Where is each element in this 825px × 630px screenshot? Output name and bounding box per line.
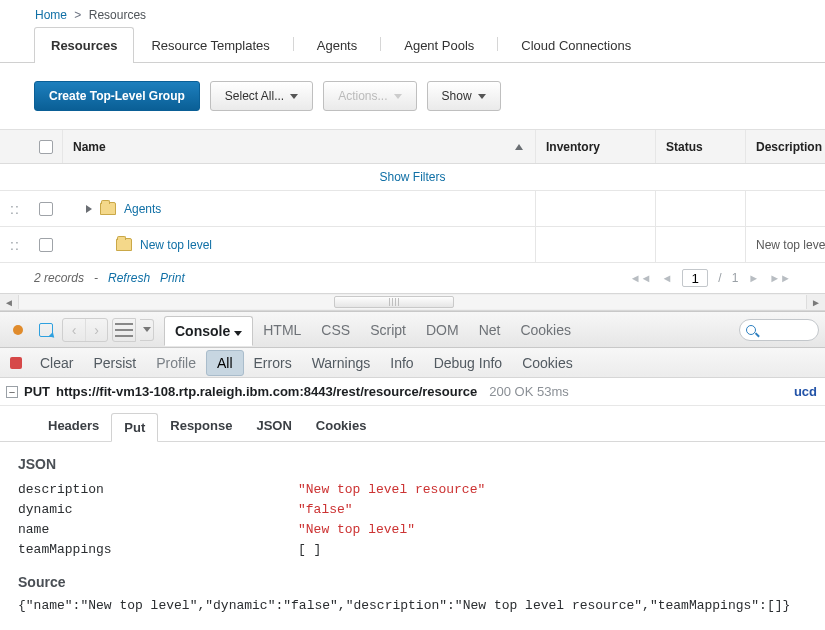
folder-icon — [100, 202, 116, 215]
break-on-error-icon[interactable] — [6, 351, 30, 375]
json-key-teammappings: teamMappings — [18, 540, 298, 560]
resources-grid: Name Inventory Status Description Show F… — [0, 129, 825, 293]
resource-link-new-top-level[interactable]: New top level — [140, 238, 212, 252]
tab-resources[interactable]: Resources — [34, 27, 134, 63]
header-checkbox-cell — [30, 140, 62, 154]
print-link[interactable]: Print — [160, 271, 185, 285]
scroll-left-icon[interactable]: ◄ — [0, 297, 18, 308]
history-forward-icon[interactable]: › — [85, 319, 107, 341]
tab-separator — [293, 37, 294, 51]
drag-handle-icon[interactable]: :: — [0, 201, 30, 217]
pager-page-input[interactable] — [682, 269, 708, 287]
col-header-status[interactable]: Status — [655, 130, 745, 163]
json-row: description "New top level resource" — [18, 480, 807, 500]
history-back-icon[interactable]: ‹ — [63, 319, 85, 341]
horizontal-scrollbar[interactable]: ◄ ► — [0, 293, 825, 311]
pager-last-icon[interactable]: ►► — [769, 272, 791, 284]
col-header-inventory[interactable]: Inventory — [535, 130, 655, 163]
refresh-link[interactable]: Refresh — [108, 271, 150, 285]
records-count: 2 records — [34, 271, 84, 285]
rtab-put[interactable]: Put — [111, 413, 158, 442]
pager-next-icon[interactable]: ► — [748, 272, 759, 284]
request-status: 200 OK 53ms — [489, 384, 569, 399]
dbg-tab-cookies[interactable]: Cookies — [510, 316, 581, 344]
table-row: :: New top level New top leve — [0, 227, 825, 263]
actions-dropdown[interactable]: Actions... — [323, 81, 416, 111]
debugger-main-tabs: Console HTML CSS Script DOM Net Cookies — [164, 315, 581, 345]
cell-inventory — [535, 191, 655, 226]
console-filter-warnings[interactable]: Warnings — [302, 351, 381, 375]
json-key-description: description — [18, 480, 298, 500]
caret-down-icon — [394, 94, 402, 99]
scroll-thumb[interactable] — [334, 296, 454, 308]
console-profile[interactable]: Profile — [146, 351, 206, 375]
table-row: :: Agents — [0, 191, 825, 227]
inspect-icon[interactable] — [34, 318, 58, 342]
dbg-tab-html[interactable]: HTML — [253, 316, 311, 344]
json-row: dynamic "false" — [18, 500, 807, 520]
show-dropdown[interactable]: Show — [427, 81, 501, 111]
create-label: Create Top-Level Group — [49, 89, 185, 103]
dbg-tab-css[interactable]: CSS — [311, 316, 360, 344]
caret-down-icon — [478, 94, 486, 99]
select-all-dropdown[interactable]: Select All... — [210, 81, 313, 111]
dbg-tab-net[interactable]: Net — [469, 316, 511, 344]
sort-ascending-icon — [515, 144, 523, 150]
panel-menu-dropdown[interactable] — [140, 319, 154, 341]
resource-link-agents[interactable]: Agents — [124, 202, 161, 216]
col-header-description[interactable]: Description — [745, 130, 825, 163]
console-clear[interactable]: Clear — [30, 351, 83, 375]
console-filter-cookies[interactable]: Cookies — [512, 351, 583, 375]
tab-agents[interactable]: Agents — [300, 27, 374, 63]
pager-first-icon[interactable]: ◄◄ — [630, 272, 652, 284]
breadcrumb-home[interactable]: Home — [35, 8, 67, 22]
json-key-name: name — [18, 520, 298, 540]
firebug-icon[interactable] — [6, 318, 30, 342]
cell-description — [745, 191, 825, 226]
dbg-tab-script[interactable]: Script — [360, 316, 416, 344]
tab-separator — [380, 37, 381, 51]
row-name-cell: New top level — [62, 238, 535, 252]
tab-cloud-connections[interactable]: Cloud Connections — [504, 27, 648, 63]
panel-menu-icon[interactable] — [112, 318, 136, 342]
pager-prev-icon[interactable]: ◄ — [661, 272, 672, 284]
console-filter-all[interactable]: All — [206, 350, 244, 376]
console-persist[interactable]: Persist — [83, 351, 146, 375]
breadcrumb: Home > Resources — [0, 0, 825, 26]
rtab-response[interactable]: Response — [158, 412, 244, 441]
create-top-level-group-button[interactable]: Create Top-Level Group — [34, 81, 200, 111]
pager-total: 1 — [732, 271, 739, 285]
select-all-label: Select All... — [225, 89, 284, 103]
collapse-icon[interactable]: − — [6, 386, 18, 398]
request-row[interactable]: − PUT https://fit-vm13-108.rtp.raleigh.i… — [0, 378, 825, 406]
row-checkbox[interactable] — [39, 238, 53, 252]
footer-dash: - — [94, 271, 98, 285]
cell-status — [655, 191, 745, 226]
col-header-name[interactable]: Name — [62, 130, 535, 163]
debugger-toolbar: ‹ › Console HTML CSS Script DOM Net Cook… — [0, 312, 825, 348]
tab-resource-templates[interactable]: Resource Templates — [134, 27, 286, 63]
rtab-json[interactable]: JSON — [244, 412, 303, 441]
pager-slash: / — [718, 271, 721, 285]
row-name-cell: Agents — [62, 202, 535, 216]
expand-icon[interactable] — [86, 205, 92, 213]
drag-handle-icon[interactable]: :: — [0, 237, 30, 253]
console-filter-errors[interactable]: Errors — [244, 351, 302, 375]
source-section-title: Source — [18, 574, 807, 590]
console-filter-info[interactable]: Info — [380, 351, 423, 375]
show-filters-link[interactable]: Show Filters — [379, 170, 445, 184]
request-method: PUT — [24, 384, 50, 399]
rtab-headers[interactable]: Headers — [36, 412, 111, 441]
rtab-cookies[interactable]: Cookies — [304, 412, 379, 441]
dbg-tab-dom[interactable]: DOM — [416, 316, 469, 344]
search-icon — [746, 325, 756, 335]
select-all-checkbox[interactable] — [39, 140, 53, 154]
tab-agent-pools[interactable]: Agent Pools — [387, 27, 491, 63]
row-checkbox[interactable] — [39, 202, 53, 216]
scroll-track[interactable] — [18, 295, 807, 309]
dbg-tab-console[interactable]: Console — [164, 316, 253, 346]
scroll-right-icon[interactable]: ► — [807, 297, 825, 308]
cell-status — [655, 227, 745, 262]
console-filter-debug[interactable]: Debug Info — [424, 351, 513, 375]
debugger-search[interactable] — [739, 319, 819, 341]
